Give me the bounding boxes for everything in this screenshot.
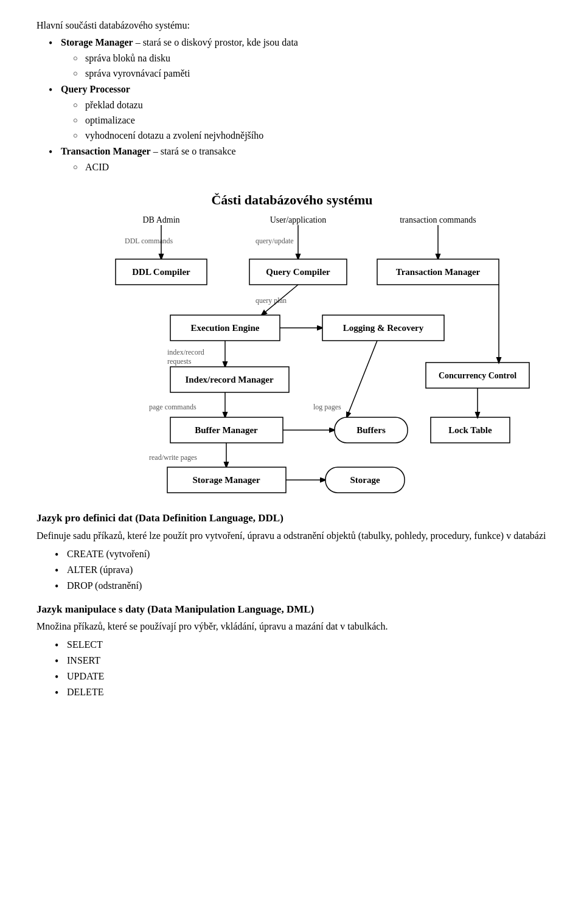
transaction-manager-desc: stará se o transakce	[161, 146, 236, 156]
dml-item-delete: DELETE	[55, 685, 548, 700]
index-record-label1: index/record	[167, 348, 204, 356]
storage-manager-sublist: správa bloků na disku správa vyrovnávací…	[61, 51, 548, 81]
logging-text: Logging & Recovery	[343, 323, 424, 333]
user-app-label: User/application	[270, 215, 327, 224]
sub-item: správa vyrovnávací paměti	[73, 66, 548, 81]
storage-manager-desc: stará se o diskový prostor, kde jsou dat…	[143, 37, 298, 47]
storage-manager-label: Storage Manager	[61, 37, 133, 47]
index-record-text: Index/record Manager	[185, 375, 273, 384]
index-record-label2: requests	[167, 357, 192, 366]
query-processor-label: Query Processor	[61, 84, 130, 94]
query-processor-sublist: překlad dotazu optimalizace vyhodnocení …	[61, 98, 548, 143]
transaction-manager-dash: –	[153, 146, 161, 156]
execution-engine-text: Execution Engine	[191, 323, 260, 333]
ddl-commands-label: DDL commands	[125, 237, 173, 245]
query-update-label: query/update	[255, 237, 294, 245]
ddl-item-create: CREATE (vytvoření)	[55, 547, 548, 561]
storage-text: Storage	[350, 475, 380, 485]
ddl-heading: Jazyk pro definici dat (Data Definition …	[36, 510, 548, 526]
transaction-manager-label: Transaction Manager	[61, 146, 151, 156]
transaction-manager-item: Transaction Manager – stará se o transak…	[49, 144, 548, 175]
transaction-manager-text: Transaction Manager	[396, 267, 481, 277]
buffers-text: Buffers	[356, 425, 386, 435]
dml-item-update: UPDATE	[55, 669, 548, 684]
sub-item: optimalizace	[73, 113, 548, 128]
diagram-title: Části databázového systému	[211, 192, 372, 207]
page-commands-label: page commands	[149, 403, 196, 411]
sub-item: správa bloků na disku	[73, 51, 548, 66]
dml-item-insert: INSERT	[55, 653, 548, 668]
ddl-item-drop: DROP (odstranění)	[55, 578, 548, 593]
ddl-item-alter: ALTER (úprava)	[55, 563, 548, 577]
concurrency-text: Concurrency Control	[439, 371, 516, 380]
query-compiler-text: Query Compiler	[266, 267, 330, 277]
log-pages-label: log pages	[313, 403, 341, 411]
db-admin-label: DB Admin	[142, 215, 179, 224]
sub-item: ACID	[73, 160, 548, 175]
storage-manager-text: Storage Manager	[192, 475, 260, 485]
dml-heading: Jazyk manipulace s daty (Data Manipulati…	[36, 602, 548, 617]
lock-table-text: Lock Table	[448, 425, 492, 435]
buffer-manager-text: Buffer Manager	[195, 425, 258, 435]
ddl-list: CREATE (vytvoření) ALTER (úprava) DROP (…	[36, 547, 548, 593]
storage-manager-dash: –	[136, 37, 143, 47]
diagram-container: Části databázového systému DB Admin User…	[36, 184, 548, 501]
log-buffer-arrow	[347, 341, 377, 417]
ddl-desc: Definuje sadu příkazů, které lze použít …	[36, 529, 548, 543]
intro-heading: Hlavní součásti databázového systému:	[36, 18, 548, 33]
dml-item-select: SELECT	[55, 637, 548, 652]
read-write-label: read/write pages	[149, 453, 197, 462]
diagram: Části databázového systému DB Admin User…	[49, 184, 535, 501]
storage-manager-item: Storage Manager – stará se o diskový pro…	[49, 35, 548, 81]
sub-item: vyhodnocení dotazu a zvolení nejvhodnějš…	[73, 128, 548, 143]
sub-item: překlad dotazu	[73, 98, 548, 113]
dml-list: SELECT INSERT UPDATE DELETE	[36, 637, 548, 700]
transaction-manager-sublist: ACID	[61, 160, 548, 175]
main-list: Storage Manager – stará se o diskový pro…	[36, 35, 548, 175]
query-processor-item: Query Processor překlad dotazu optimaliz…	[49, 82, 548, 143]
dml-desc: Množina příkazů, které se používají pro …	[36, 619, 548, 634]
transaction-commands-label: transaction commands	[400, 215, 476, 224]
ddl-compiler-text: DDL Compiler	[132, 267, 190, 277]
query-plan-label: query plan	[255, 296, 287, 305]
